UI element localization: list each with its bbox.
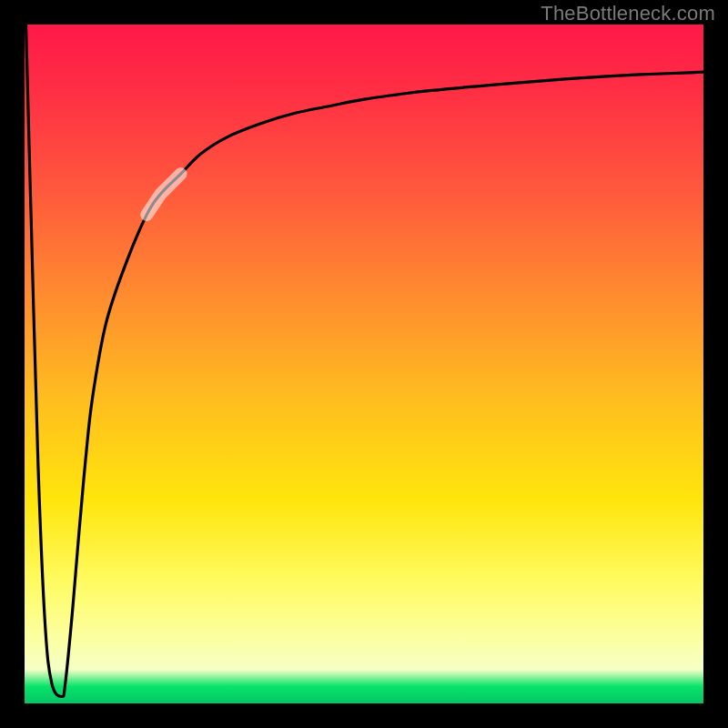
plot-area	[25, 25, 703, 703]
curve-svg	[25, 25, 703, 703]
chart-frame: TheBottleneck.com	[0, 0, 728, 728]
curve-highlight-segment	[147, 174, 180, 215]
attribution-text: TheBottleneck.com	[541, 2, 715, 25]
bottleneck-curve	[26, 25, 704, 697]
